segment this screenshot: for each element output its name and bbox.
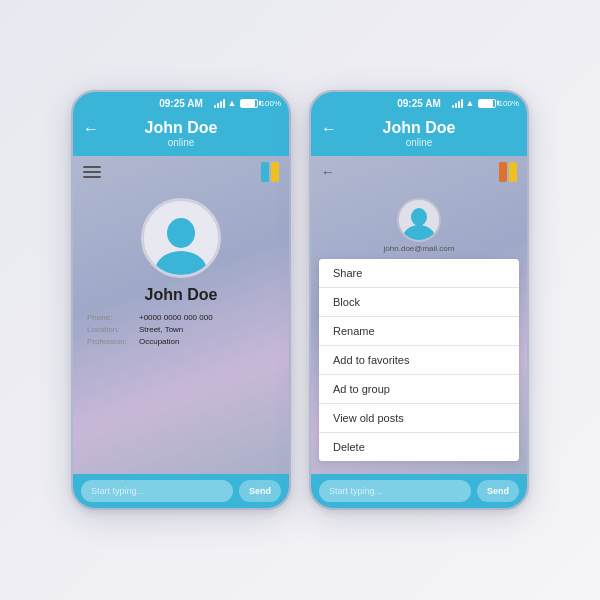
send-button-left[interactable]: Send — [239, 480, 281, 502]
menu-item-ad-group[interactable]: Ad to group — [319, 375, 519, 404]
avatar-container — [141, 198, 221, 278]
menu-item-delete[interactable]: Delete — [319, 433, 519, 461]
back-button-right[interactable]: ← — [321, 120, 337, 138]
phone-label: Phone: — [87, 312, 139, 324]
phone-value: +0000 0000 000 000 — [139, 312, 213, 324]
menu-item-block[interactable]: Block — [319, 288, 519, 317]
menu-item-rename[interactable]: Rename — [319, 317, 519, 346]
message-input-right[interactable] — [319, 480, 471, 502]
status-bar-right: 09:25 AM ▲ 100% — [311, 92, 527, 114]
send-button-right[interactable]: Send — [477, 480, 519, 502]
header-right: ← John Doe online — [311, 114, 527, 156]
profession-row: Profession: Occupation — [87, 336, 275, 348]
phone-row: Phone: +0000 0000 000 000 — [87, 312, 275, 324]
right-phone: 09:25 AM ▲ 100% ← John Doe online — [309, 90, 529, 510]
status-bar-left: 09:25 AM ▲ 100% — [73, 92, 289, 114]
header-status-right: online — [406, 137, 433, 148]
avatar-silhouette — [153, 213, 209, 275]
context-menu: Share Block Rename Add to favorites Ad t… — [319, 259, 519, 461]
location-row: Location: Street, Town — [87, 324, 275, 336]
menu-item-share[interactable]: Share — [319, 259, 519, 288]
right-content-inner: ← john.doe@mail.com — [311, 156, 527, 474]
header-status-left: online — [168, 137, 195, 148]
header-left: ← John Doe online — [73, 114, 289, 156]
profession-value: Occupation — [139, 336, 179, 348]
pill-yellow — [271, 162, 279, 182]
battery-icon-right — [478, 99, 496, 108]
location-label: Location: — [87, 324, 139, 336]
battery-pct-right: 100% — [499, 99, 519, 108]
menu-item-add-favorites[interactable]: Add to favorites — [319, 346, 519, 375]
pill-orange — [499, 162, 507, 182]
ctx-avatar — [397, 198, 441, 242]
ctx-user-header: john.doe@mail.com — [311, 188, 527, 259]
content-left: John Doe Phone: +0000 0000 000 000 Locat… — [73, 156, 289, 474]
scene: 09:25 AM ▲ 100% ← John Doe online — [0, 0, 600, 600]
ctx-email: john.doe@mail.com — [384, 244, 455, 253]
bottom-bar-left: Send — [73, 474, 289, 508]
ctx-avatar-silhouette — [403, 206, 435, 240]
svg-point-3 — [403, 225, 435, 240]
signal-icon — [214, 99, 225, 108]
signal-icon-right — [452, 99, 463, 108]
pill-teal — [261, 162, 269, 182]
status-icons-right: ▲ 100% — [452, 98, 519, 108]
header-name-right: John Doe — [383, 118, 456, 137]
svg-point-1 — [155, 251, 207, 275]
header-name-left: John Doe — [145, 118, 218, 137]
left-content: John Doe Phone: +0000 0000 000 000 Locat… — [73, 156, 289, 474]
wifi-icon: ▲ — [228, 98, 237, 108]
back-button-left[interactable]: ← — [83, 120, 99, 138]
info-rows: Phone: +0000 0000 000 000 Location: Stre… — [73, 304, 289, 348]
back-arrow-right[interactable]: ← — [321, 164, 335, 180]
status-time-right: 09:25 AM — [397, 98, 441, 109]
top-bar-left — [73, 156, 289, 188]
bottom-bar-right: Send — [311, 474, 527, 508]
profession-label: Profession: — [87, 336, 139, 348]
pill-yellow-right — [509, 162, 517, 182]
battery-icon — [240, 99, 258, 108]
content-right: ← john.doe@mail.com — [311, 156, 527, 474]
left-phone: 09:25 AM ▲ 100% ← John Doe online — [71, 90, 291, 510]
avatar — [141, 198, 221, 278]
svg-point-2 — [411, 208, 427, 226]
color-pills-right — [499, 162, 517, 182]
top-bar-right: ← — [311, 156, 527, 188]
status-icons-left: ▲ 100% — [214, 98, 281, 108]
svg-point-0 — [167, 218, 195, 248]
wifi-icon-right: ▲ — [466, 98, 475, 108]
hamburger-menu[interactable] — [83, 166, 101, 178]
status-time-left: 09:25 AM — [159, 98, 203, 109]
location-value: Street, Town — [139, 324, 183, 336]
contact-name: John Doe — [145, 286, 218, 304]
battery-pct: 100% — [261, 99, 281, 108]
message-input-left[interactable] — [81, 480, 233, 502]
menu-item-view-old[interactable]: View old posts — [319, 404, 519, 433]
color-pills-left — [261, 162, 279, 182]
